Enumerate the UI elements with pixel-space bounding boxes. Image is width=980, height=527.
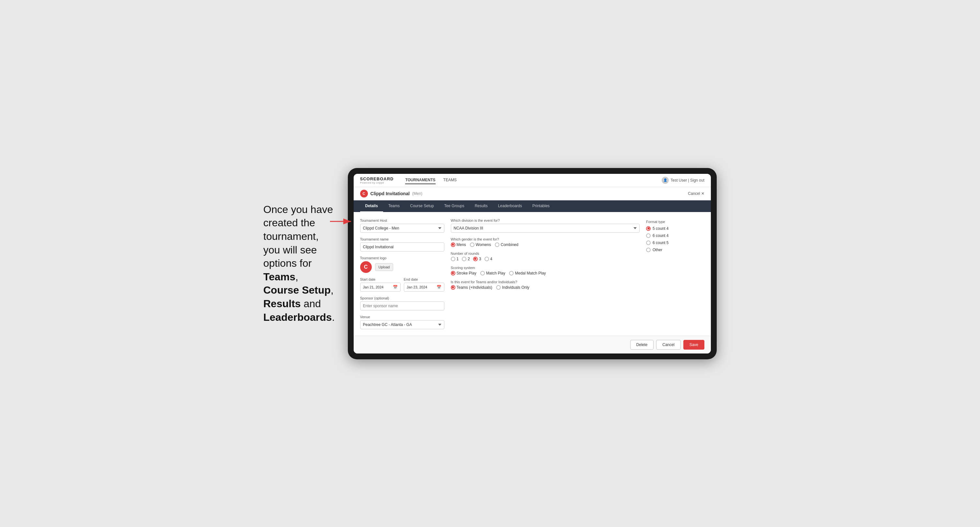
user-label[interactable]: Test User | Sign out xyxy=(671,178,705,183)
start-date-input[interactable]: Jan 21, 2024 📅 xyxy=(360,283,401,292)
gender-combined[interactable]: Combined xyxy=(495,243,519,247)
tournament-logo-small: C xyxy=(360,190,368,197)
division-select[interactable]: NCAA Division III xyxy=(451,224,640,233)
tab-leaderboards[interactable]: Leaderboards xyxy=(493,200,527,212)
rounds-4-label: 4 xyxy=(490,257,493,261)
scoring-label: Scoring system xyxy=(451,266,640,270)
save-button[interactable]: Save xyxy=(683,340,705,349)
rounds-4[interactable]: 4 xyxy=(485,257,493,261)
venue-select[interactable]: Peachtree GC - Atlanta - GA xyxy=(360,320,444,329)
rounds-label: Number of rounds xyxy=(451,252,640,256)
rounds-group: Number of rounds 1 2 xyxy=(451,252,640,261)
teams-with-individuals[interactable]: Teams (+Individuals) xyxy=(451,285,492,290)
rounds-2[interactable]: 2 xyxy=(462,257,470,261)
tournament-name-group: Tournament name xyxy=(360,237,444,252)
venue-group: Venue Peachtree GC - Atlanta - GA xyxy=(360,315,444,329)
teams-with-individuals-radio[interactable] xyxy=(451,285,455,290)
scoring-medal-radio[interactable] xyxy=(509,271,514,275)
form-footer: Delete Cancel Save xyxy=(354,336,711,354)
format-type-label: Format type xyxy=(646,220,705,224)
tab-bar: Details Teams Course Setup Tee Groups Re… xyxy=(354,200,711,212)
sponsor-label: Sponsor (optional) xyxy=(360,296,444,300)
form-col-2: Which division is the event for? NCAA Di… xyxy=(451,219,640,329)
format-other[interactable]: Other xyxy=(646,248,705,252)
tab-course-setup[interactable]: Course Setup xyxy=(405,200,439,212)
cancel-top-button[interactable]: Cancel ✕ xyxy=(688,191,705,196)
rounds-1[interactable]: 1 xyxy=(451,257,459,261)
rounds-3[interactable]: 3 xyxy=(473,257,481,261)
rounds-1-radio[interactable] xyxy=(451,257,455,261)
teams-group: Is this event for Teams and/or Individua… xyxy=(451,280,640,290)
scoring-match-radio[interactable] xyxy=(480,271,485,275)
calendar-icon-end: 📅 xyxy=(437,285,441,289)
tablet-screen: SCOREBOARD Powered by clippd TOURNAMENTS… xyxy=(354,174,711,354)
calendar-icon-start: 📅 xyxy=(393,285,398,289)
host-select[interactable]: Clippd College - Men xyxy=(360,224,444,233)
sponsor-input[interactable] xyxy=(360,302,444,310)
logo-label: Tournament logo xyxy=(360,256,444,260)
logo-upload-area: C Upload xyxy=(360,261,444,273)
format-5count4[interactable]: 5 count 4 xyxy=(646,226,705,231)
format-6count5-radio[interactable] xyxy=(646,241,651,245)
individuals-only[interactable]: Individuals Only xyxy=(496,285,530,290)
format-other-label: Other xyxy=(652,248,662,252)
scoring-medal[interactable]: Medal Match Play xyxy=(509,271,546,275)
teams-radio-group: Teams (+Individuals) Individuals Only xyxy=(451,285,640,290)
division-label: Which division is the event for? xyxy=(451,219,640,222)
app-logo: SCOREBOARD Powered by clippd xyxy=(360,176,394,184)
gender-womens-radio[interactable] xyxy=(470,243,474,247)
scoring-stroke-label: Stroke Play xyxy=(457,271,476,275)
tab-results[interactable]: Results xyxy=(469,200,493,212)
tab-tee-groups[interactable]: Tee Groups xyxy=(439,200,469,212)
nav-teams[interactable]: TEAMS xyxy=(443,176,457,184)
start-date-wrap: Start date Jan 21, 2024 📅 xyxy=(360,278,401,292)
sidebar-description: Once you have created the tournament, yo… xyxy=(263,203,335,324)
end-date-input[interactable]: Jan 23, 2024 📅 xyxy=(404,283,444,292)
form-col-3: Format type 5 count 4 6 count 4 6 count … xyxy=(646,219,705,329)
teams-label: Is this event for Teams and/or Individua… xyxy=(451,280,640,284)
format-6count5-label: 6 count 5 xyxy=(652,241,668,245)
venue-label: Venue xyxy=(360,315,444,319)
form-col-1: Tournament Host Clippd College - Men Tou… xyxy=(360,219,444,329)
tab-details[interactable]: Details xyxy=(360,200,383,212)
tournament-name-label: Tournament name xyxy=(360,237,444,241)
tournament-name-input[interactable] xyxy=(360,243,444,252)
delete-button[interactable]: Delete xyxy=(630,340,654,349)
format-6count4[interactable]: 6 count 4 xyxy=(646,233,705,238)
gender-womens[interactable]: Womens xyxy=(470,243,491,247)
tournament-name: Clippd Invitational xyxy=(371,191,410,196)
gender-combined-radio[interactable] xyxy=(495,243,500,247)
main-nav: TOURNAMENTS TEAMS xyxy=(405,176,456,184)
gender-label: Which gender is the event for? xyxy=(451,237,640,241)
format-other-radio[interactable] xyxy=(646,248,651,252)
gender-group: Which gender is the event for? Mens Wome… xyxy=(451,237,640,247)
rounds-3-label: 3 xyxy=(479,257,481,261)
user-avatar: 👤 xyxy=(662,177,669,184)
end-date-value: Jan 23, 2024 xyxy=(407,285,428,289)
scoring-group: Scoring system Stroke Play Match Play xyxy=(451,266,640,275)
rounds-3-radio[interactable] xyxy=(473,257,478,261)
rounds-2-radio[interactable] xyxy=(462,257,466,261)
tab-teams[interactable]: Teams xyxy=(383,200,405,212)
format-6count5[interactable]: 6 count 5 xyxy=(646,241,705,245)
individuals-only-radio[interactable] xyxy=(496,285,501,290)
cancel-button[interactable]: Cancel xyxy=(656,340,681,349)
gender-womens-label: Womens xyxy=(476,243,491,247)
nav-tournaments[interactable]: TOURNAMENTS xyxy=(405,176,435,184)
scoring-stroke[interactable]: Stroke Play xyxy=(451,271,476,275)
scoring-stroke-radio[interactable] xyxy=(451,271,455,275)
format-6count4-radio[interactable] xyxy=(646,233,651,238)
scoring-match[interactable]: Match Play xyxy=(480,271,505,275)
tab-printables[interactable]: Printables xyxy=(527,200,555,212)
gender-mens-radio[interactable] xyxy=(451,243,455,247)
gender-combined-label: Combined xyxy=(501,243,519,247)
upload-button[interactable]: Upload xyxy=(375,263,393,271)
format-5count4-radio[interactable] xyxy=(646,226,651,231)
header-user-area: 👤 Test User | Sign out xyxy=(662,177,705,184)
rounds-2-label: 2 xyxy=(468,257,470,261)
scoring-radio-group: Stroke Play Match Play Medal Match Play xyxy=(451,271,640,275)
gender-mens[interactable]: Mens xyxy=(451,243,466,247)
end-date-label: End date xyxy=(404,278,444,281)
rounds-4-radio[interactable] xyxy=(485,257,489,261)
end-date-wrap: End date Jan 23, 2024 📅 xyxy=(404,278,444,292)
